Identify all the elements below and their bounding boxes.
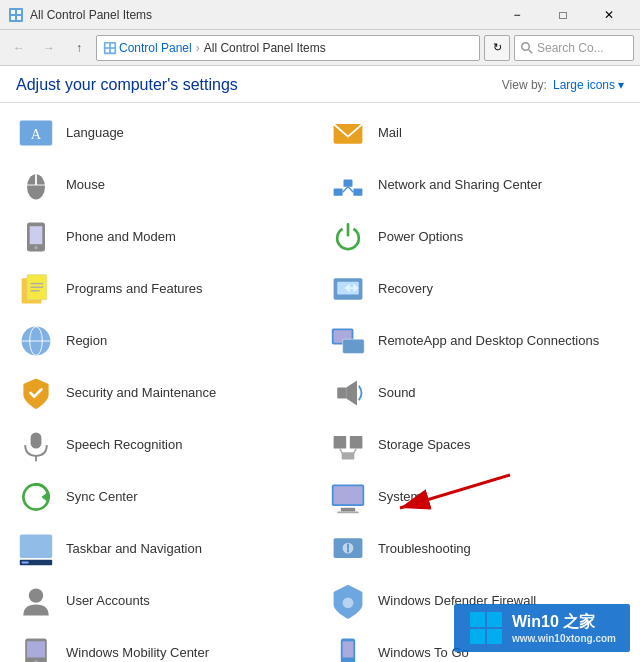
panel-item-troubleshooting[interactable]: Troubleshooting xyxy=(320,523,632,575)
path-separator-1: › xyxy=(196,41,200,55)
troubleshooting-label: Troubleshooting xyxy=(378,541,471,558)
panel-item-region[interactable]: Region xyxy=(8,315,320,367)
windows-to-go-icon xyxy=(328,633,368,662)
mouse-icon xyxy=(16,165,56,205)
svg-rect-56 xyxy=(22,562,29,564)
user-accounts-icon xyxy=(16,581,56,621)
panel-item-user-accounts[interactable]: User Accounts xyxy=(8,575,320,627)
path-control-panel[interactable]: Control Panel xyxy=(119,41,192,55)
svg-line-22 xyxy=(348,187,353,192)
windows-logo xyxy=(468,610,504,646)
svg-line-47 xyxy=(353,449,356,454)
content-header: Adjust your computer's settings View by:… xyxy=(0,66,640,103)
panel-item-power-options[interactable]: Power Options xyxy=(320,211,632,263)
svg-text:A: A xyxy=(31,126,42,142)
back-button[interactable]: ← xyxy=(6,35,32,61)
up-button[interactable]: ↑ xyxy=(66,35,92,61)
svg-rect-38 xyxy=(343,339,365,353)
panel-item-sound[interactable]: Sound xyxy=(320,367,632,419)
recovery-label: Recovery xyxy=(378,281,433,298)
windows-mobility-icon xyxy=(16,633,56,662)
taskbar-navigation-label: Taskbar and Navigation xyxy=(66,541,202,558)
windows-mobility-label: Windows Mobility Center xyxy=(66,645,209,662)
svg-rect-18 xyxy=(334,189,343,196)
window-icon xyxy=(8,7,24,23)
speech-recognition-label: Speech Recognition xyxy=(66,437,182,454)
title-bar: All Control Panel Items − □ ✕ xyxy=(0,0,640,30)
remoteapp-label: RemoteApp and Desktop Connections xyxy=(378,333,599,350)
search-icon xyxy=(521,42,533,54)
panel-item-security-maintenance[interactable]: Security and Maintenance xyxy=(8,367,320,419)
svg-rect-65 xyxy=(343,641,354,657)
svg-rect-52 xyxy=(341,508,355,512)
panel-item-remoteapp[interactable]: RemoteApp and Desktop Connections xyxy=(320,315,632,367)
power-options-label: Power Options xyxy=(378,229,463,246)
programs-features-label: Programs and Features xyxy=(66,281,203,298)
panel-item-programs-features[interactable]: Programs and Features xyxy=(8,263,320,315)
window-controls: − □ ✕ xyxy=(494,0,632,30)
svg-rect-72 xyxy=(470,629,485,644)
panel-item-speech-recognition[interactable]: Speech Recognition xyxy=(8,419,320,471)
svg-rect-41 xyxy=(31,432,42,448)
svg-line-21 xyxy=(343,187,348,192)
svg-rect-9 xyxy=(111,48,115,52)
security-maintenance-icon xyxy=(16,373,56,413)
panel-item-mail[interactable]: Mail xyxy=(320,107,632,159)
panel-item-recovery[interactable]: Recovery xyxy=(320,263,632,315)
troubleshooting-icon xyxy=(328,529,368,569)
svg-point-59 xyxy=(29,588,43,602)
panel-item-network-sharing[interactable]: Network and Sharing Center xyxy=(320,159,632,211)
region-label: Region xyxy=(66,333,107,350)
svg-rect-6 xyxy=(106,43,110,47)
maximize-button[interactable]: □ xyxy=(540,0,586,30)
panel-item-phone-modem[interactable]: Phone and Modem xyxy=(8,211,320,263)
svg-rect-8 xyxy=(106,48,110,52)
svg-rect-2 xyxy=(17,10,21,14)
windows-defender-icon xyxy=(328,581,368,621)
region-icon xyxy=(16,321,56,361)
storage-spaces-icon xyxy=(328,425,368,465)
programs-features-icon xyxy=(16,269,56,309)
svg-rect-62 xyxy=(27,641,45,657)
language-icon: A xyxy=(16,113,56,153)
svg-rect-39 xyxy=(337,388,346,399)
refresh-button[interactable]: ↻ xyxy=(484,35,510,61)
sound-label: Sound xyxy=(378,385,416,402)
content-area: Adjust your computer's settings View by:… xyxy=(0,66,640,662)
forward-button[interactable]: → xyxy=(36,35,62,61)
close-button[interactable]: ✕ xyxy=(586,0,632,30)
svg-rect-54 xyxy=(20,535,52,558)
svg-rect-73 xyxy=(487,629,502,644)
mail-label: Mail xyxy=(378,125,402,142)
panel-item-sync-center[interactable]: Sync Center xyxy=(8,471,320,523)
search-placeholder: Search Co... xyxy=(537,41,604,55)
panel-item-language[interactable]: ALanguage xyxy=(8,107,320,159)
page-title: Adjust your computer's settings xyxy=(16,76,238,94)
svg-point-10 xyxy=(522,42,530,50)
taskbar-navigation-icon xyxy=(16,529,56,569)
address-path: Control Panel › All Control Panel Items xyxy=(103,41,326,55)
watermark-url: www.win10xtong.com xyxy=(512,633,616,644)
svg-rect-19 xyxy=(344,180,353,187)
user-accounts-label: User Accounts xyxy=(66,593,150,610)
control-panel-path-icon xyxy=(103,41,117,55)
panel-item-mouse[interactable]: Mouse xyxy=(8,159,320,211)
panel-item-windows-mobility[interactable]: Windows Mobility Center xyxy=(8,627,320,662)
network-sharing-label: Network and Sharing Center xyxy=(378,177,542,194)
search-box[interactable]: Search Co... xyxy=(514,35,634,61)
minimize-button[interactable]: − xyxy=(494,0,540,30)
view-by-control: View by: Large icons ▾ xyxy=(502,78,624,92)
panel-item-system[interactable]: System xyxy=(320,471,632,523)
svg-line-46 xyxy=(340,449,343,454)
panel-item-taskbar-navigation[interactable]: Taskbar and Navigation xyxy=(8,523,320,575)
svg-line-11 xyxy=(529,49,533,53)
svg-rect-44 xyxy=(350,436,363,449)
svg-rect-4 xyxy=(17,16,21,20)
panel-item-storage-spaces[interactable]: Storage Spaces xyxy=(320,419,632,471)
svg-rect-20 xyxy=(353,189,362,196)
address-field[interactable]: Control Panel › All Control Panel Items xyxy=(96,35,480,61)
view-by-value[interactable]: Large icons ▾ xyxy=(553,78,624,92)
svg-rect-71 xyxy=(487,612,502,627)
mouse-label: Mouse xyxy=(66,177,105,194)
svg-point-25 xyxy=(34,246,38,250)
